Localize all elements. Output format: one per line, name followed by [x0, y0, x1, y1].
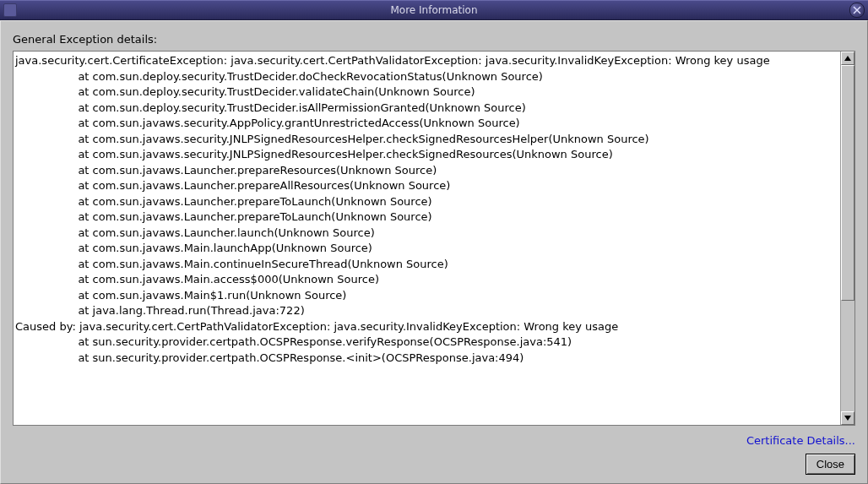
exception-scrollpane: java.security.cert.CertificateException:… [13, 51, 855, 426]
svg-marker-2 [844, 56, 851, 61]
window-title: More Information [0, 4, 868, 16]
vertical-scrollbar[interactable] [840, 52, 854, 425]
triangle-down-icon [844, 416, 851, 421]
titlebar: More Information [0, 0, 868, 20]
scroll-down-button[interactable] [841, 411, 854, 425]
window-icon [3, 3, 17, 17]
close-icon [853, 6, 861, 14]
more-information-window: More Information General Exception detai… [0, 0, 868, 484]
svg-marker-3 [844, 416, 851, 421]
button-row: Close [13, 454, 855, 475]
scroll-up-button[interactable] [841, 52, 854, 65]
scroll-track[interactable] [841, 65, 854, 411]
window-close-button[interactable] [849, 3, 865, 18]
content-panel: General Exception details: java.security… [0, 20, 868, 484]
exception-text-area[interactable]: java.security.cert.CertificateException:… [14, 52, 840, 425]
section-label: General Exception details: [13, 33, 855, 46]
close-button[interactable]: Close [806, 454, 855, 475]
footer-row: Certificate Details... [13, 434, 855, 447]
triangle-up-icon [844, 56, 851, 61]
scroll-thumb[interactable] [841, 65, 854, 301]
certificate-details-link[interactable]: Certificate Details... [746, 434, 855, 447]
